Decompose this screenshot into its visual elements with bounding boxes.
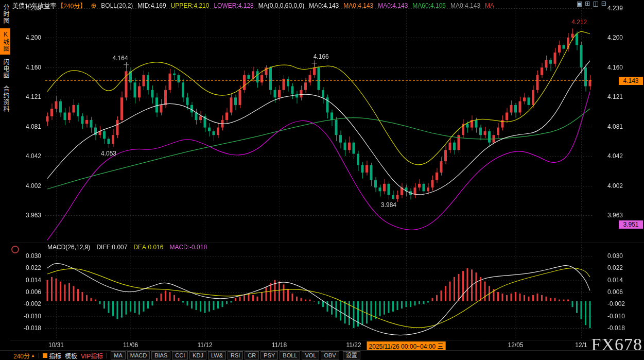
y-axis-label: 4.200 <box>14 34 41 41</box>
y-axis-label: 3.963 <box>607 212 623 219</box>
sidebar-tab-3[interactable]: 合约资料 <box>0 83 10 115</box>
macd-dea-value: DEA:0.016 <box>133 244 163 251</box>
macd-axis-label: 0.022 <box>607 264 623 271</box>
macd-diff-value: DIFF:0.007 <box>96 244 127 251</box>
macd-axis-label: 0.006 <box>607 288 623 296</box>
y-axis-label: 4.239 <box>607 5 623 12</box>
indicator-tab-marker-icon <box>43 353 47 358</box>
x-axis-highlight-label: 2025/11/26 00:00~04:00 三 <box>367 341 446 350</box>
ma-value: MA0:4.143 <box>343 2 373 9</box>
ma-value: MA60:4.105 <box>412 2 446 9</box>
indicator-button-3[interactable]: BIAS <box>151 351 170 359</box>
x-axis-label: 10/31 <box>48 341 64 349</box>
sidebar-tab-1[interactable]: K线图 <box>0 28 10 55</box>
ma-values-group: MA0:4.143MA0:4.143MA0:4.143MA60:4.105MA0… <box>309 2 494 9</box>
session-marker-icon[interactable] <box>11 246 19 253</box>
macd-axis-label: 0.014 <box>14 277 41 284</box>
y-axis-label: 4.002 <box>607 182 623 190</box>
ma-value: MA0:4.143 <box>309 2 339 9</box>
macd-axis-label: 0.030 <box>607 252 623 260</box>
macd-axis-label: -0.018 <box>607 324 625 332</box>
y-axis-label: 3.963 <box>14 212 41 219</box>
caret-up-icon: ▲ <box>31 353 35 358</box>
chart-legend-bar: 美债10年收益率 【240分】 ⊕ BOLL(20,2) MID:4.169 U… <box>12 1 494 10</box>
indicator-button-12[interactable]: OBV <box>321 351 339 359</box>
layout-columns-icon[interactable]: ◫ <box>593 1 598 7</box>
bottom-toolbar: 240分 ▲ 指标 模板 VIP指标 MAMACDBIASCCIKDJLW&RS… <box>0 350 644 360</box>
boll-lower-value: LOWER:4.128 <box>214 2 253 9</box>
y-axis-label: 4.042 <box>14 152 41 160</box>
macd-axis-label: -0.010 <box>607 313 625 320</box>
macd-axis-label: 0.014 <box>607 277 623 284</box>
toolbar-divider <box>107 353 107 358</box>
window-layout-icons: ▣⊞◫⊟ <box>577 1 606 7</box>
y-axis-label: 4.042 <box>607 152 623 160</box>
x-axis-label: 11/06 <box>123 341 138 349</box>
macd-axis-label: -0.002 <box>14 300 41 307</box>
axis-price-tag: 4.143 <box>619 77 643 85</box>
indicator-button-1[interactable]: MA <box>111 351 126 359</box>
boll-mid-value: MID:4.169 <box>137 2 166 9</box>
toolbar-divider <box>39 353 39 358</box>
sidebar-tab-2[interactable]: 闪电图 <box>0 56 10 81</box>
trading-app-window: 分时图K线图闪电图合约资料 美债10年收益率 【240分】 ⊕ BOLL(20,… <box>0 0 644 360</box>
y-axis-label: 4.160 <box>607 64 623 71</box>
timeframe-selector[interactable]: 240分 ▲ <box>13 351 35 360</box>
x-axis-label: 12/05 <box>508 341 523 349</box>
layout-rows-icon[interactable]: ⊟ <box>601 1 606 7</box>
indicator-button-10[interactable]: BOLL <box>280 351 300 359</box>
ma-value: MA0:4.143 <box>378 2 408 9</box>
indicator-button-group: MAMACDBIASCCIKDJLW&RSICRPSYBOLLVOLOBV <box>111 351 339 359</box>
sidebar-tab-0[interactable]: 分时图 <box>0 2 10 27</box>
tab-templates[interactable]: 模板 <box>65 351 77 360</box>
indicator-button-2[interactable]: MACD <box>127 351 150 359</box>
macd-legend-bar: MACD(26,12,9) DIFF:0.007 DEA:0.016 MACD:… <box>47 244 207 251</box>
macd-macd-value: MACD:-0.018 <box>169 244 207 251</box>
left-sidebar: 分时图K线图闪电图合约资料 <box>0 0 10 360</box>
price-annotation: 3.984 <box>381 202 396 209</box>
macd-axis-label: 0.006 <box>14 288 41 296</box>
x-axis-label: 12/1 <box>575 341 587 349</box>
layout-grid-icon[interactable]: ⊞ <box>585 1 590 7</box>
indicator-button-5[interactable]: KDJ <box>189 351 206 359</box>
indicator-button-9[interactable]: PSY <box>260 351 278 359</box>
instrument-title: 美债10年收益率 <box>12 1 56 10</box>
y-axis-label: 4.002 <box>14 182 41 190</box>
macd-axis-label: -0.018 <box>14 324 41 332</box>
x-axis-label: 11/22 <box>346 341 361 349</box>
ma-group-label: MA(0,0,0,60,0,0) <box>258 2 304 9</box>
indicator-button-11[interactable]: VOL <box>302 351 319 359</box>
macd-axis-label: 0.030 <box>14 252 41 260</box>
ma-value: MA0:4.143 <box>450 2 480 9</box>
price-annotation: 4.164 <box>113 55 128 62</box>
x-axis-label: 11/18 <box>272 341 287 349</box>
y-axis-label: 4.200 <box>607 34 623 41</box>
tab-indicators[interactable]: 指标 <box>43 351 61 360</box>
macd-label: MACD(26,12,9) <box>47 244 90 251</box>
y-axis-label: 4.121 <box>14 93 41 100</box>
tab-vip-indicators[interactable]: VIP指标 <box>81 351 103 360</box>
ma-value: MA <box>485 2 494 9</box>
timeframe-label: 240分 <box>13 351 30 360</box>
period-tag[interactable]: 【240分】 <box>57 1 86 10</box>
y-axis-label: 4.081 <box>14 123 41 130</box>
price-annotation: 4.053 <box>101 150 116 157</box>
settings-button[interactable]: 设置 <box>343 351 360 359</box>
indicator-button-8[interactable]: CR <box>245 351 259 359</box>
x-axis-label: 11/12 <box>197 341 212 349</box>
macd-axis-label: -0.002 <box>607 300 625 307</box>
indicator-button-7[interactable]: RSI <box>228 351 243 359</box>
tab-indicators-label: 指标 <box>49 351 61 360</box>
indicator-button-4[interactable]: CCI <box>172 351 188 359</box>
macd-axis-label: 0.022 <box>14 264 41 271</box>
y-axis-label: 4.121 <box>607 93 623 100</box>
boll-label: BOLL(20,2) <box>101 2 133 9</box>
y-axis-label: 4.081 <box>607 123 623 130</box>
layout-single-icon[interactable]: ▣ <box>577 1 582 7</box>
price-annotation: 4.166 <box>314 53 329 60</box>
indicator-button-6[interactable]: LW& <box>208 351 226 359</box>
axis-price-tag: 3.951 <box>619 220 643 229</box>
price-annotation: 4.212 <box>571 19 587 26</box>
expand-icon[interactable]: ⊕ <box>91 2 96 9</box>
macd-axis-label: -0.010 <box>14 313 41 320</box>
